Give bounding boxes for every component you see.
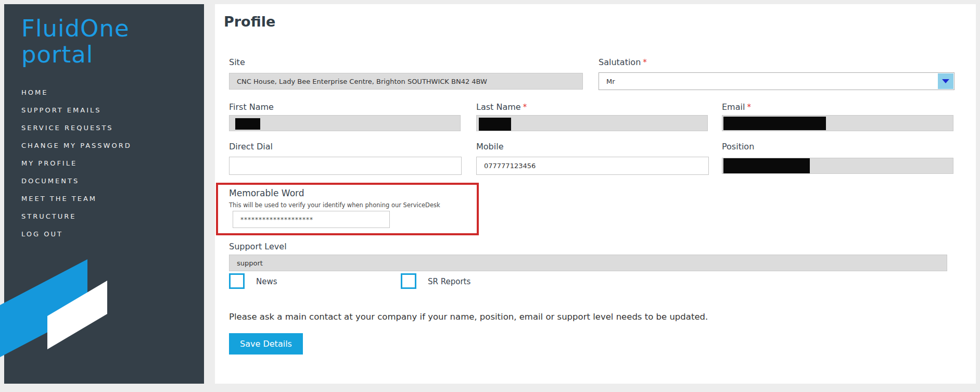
last-name-label: Last Name* bbox=[476, 102, 527, 112]
sidebar-item-structure[interactable]: STRUCTURE bbox=[21, 208, 132, 225]
salutation-dropdown-button[interactable] bbox=[938, 73, 953, 89]
sidebar-item-meet-the-team[interactable]: MEET THE TEAM bbox=[21, 190, 132, 208]
direct-dial-input[interactable] bbox=[229, 157, 462, 175]
news-checkbox[interactable] bbox=[229, 273, 245, 289]
email-label-text: Email bbox=[722, 102, 745, 112]
sidebar-item-my-profile[interactable]: MY PROFILE bbox=[21, 155, 132, 172]
news-checkbox-label: News bbox=[256, 277, 277, 286]
first-name-redaction-overlay bbox=[235, 118, 260, 130]
sidebar-item-change-my-password[interactable]: CHANGE MY PASSWORD bbox=[21, 137, 132, 155]
salutation-select[interactable]: Mr bbox=[599, 72, 954, 90]
mobile-input[interactable] bbox=[476, 157, 709, 175]
first-name-label: First Name bbox=[229, 102, 274, 112]
page-title: Profile bbox=[224, 14, 275, 30]
site-field: CNC House, Lady Bee Enterprise Centre, B… bbox=[229, 73, 583, 90]
required-asterisk: * bbox=[747, 103, 751, 112]
first-name-field bbox=[229, 115, 461, 131]
brand-line-2: portal bbox=[21, 42, 130, 68]
support-level-field: support bbox=[229, 255, 947, 271]
memorable-word-helper-text: This will be used to verify your identif… bbox=[229, 201, 440, 209]
update-contact-note: Please ask a main contact at your compan… bbox=[229, 312, 708, 322]
salutation-label-text: Salutation bbox=[599, 57, 641, 67]
chevron-down-icon bbox=[942, 79, 949, 83]
sidebar-item-documents[interactable]: DOCUMENTS bbox=[21, 172, 132, 190]
sr-reports-checkbox-label: SR Reports bbox=[428, 277, 470, 286]
sidebar-item-service-requests[interactable]: SERVICE REQUESTS bbox=[21, 119, 132, 137]
memorable-word-label: Memorable Word bbox=[229, 188, 304, 198]
last-name-label-text: Last Name bbox=[476, 102, 521, 112]
mobile-label: Mobile bbox=[476, 142, 503, 151]
save-details-button[interactable]: Save Details bbox=[229, 333, 303, 355]
required-asterisk: * bbox=[523, 103, 527, 112]
required-asterisk: * bbox=[643, 58, 647, 67]
sidebar-item-support-emails[interactable]: SUPPORT EMAILS bbox=[21, 102, 132, 119]
position-redaction-overlay bbox=[723, 158, 810, 173]
direct-dial-label: Direct Dial bbox=[229, 142, 273, 151]
site-label: Site bbox=[229, 57, 245, 67]
brand-line-1: FluidOne bbox=[21, 16, 130, 42]
brand-logo[interactable]: FluidOne portal bbox=[21, 16, 130, 68]
support-level-label: Support Level bbox=[229, 242, 287, 251]
position-label: Position bbox=[722, 142, 754, 151]
last-name-redaction-overlay bbox=[479, 118, 511, 131]
salutation-value: Mr bbox=[606, 78, 615, 85]
fluidone-stripes-icon bbox=[0, 250, 120, 384]
email-redaction-overlay bbox=[723, 117, 826, 130]
sidebar-nav: HOME SUPPORT EMAILS SERVICE REQUESTS CHA… bbox=[21, 84, 132, 243]
salutation-label: Salutation* bbox=[599, 57, 647, 67]
email-label: Email* bbox=[722, 102, 751, 112]
sr-reports-checkbox[interactable] bbox=[401, 273, 416, 289]
sidebar-item-home[interactable]: HOME bbox=[21, 84, 132, 102]
sidebar-item-log-out[interactable]: LOG OUT bbox=[21, 225, 132, 243]
memorable-word-input[interactable] bbox=[233, 211, 390, 228]
